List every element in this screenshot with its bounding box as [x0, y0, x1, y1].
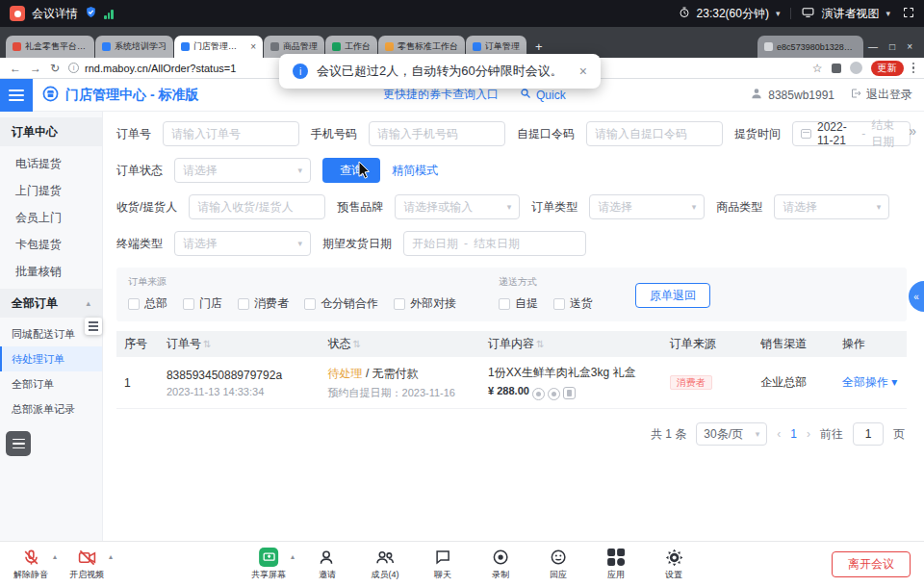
- chat-button[interactable]: 聊天: [426, 548, 459, 581]
- chrome-update-button[interactable]: 更新: [871, 61, 904, 76]
- extensions-icon[interactable]: [832, 64, 841, 73]
- start-video-button[interactable]: 开启视频 ▴: [69, 548, 104, 581]
- sidebar-item-card-pickup[interactable]: 卡包提货: [0, 231, 102, 258]
- order-status-select[interactable]: 请选择 ▾: [174, 158, 311, 183]
- sidebar-item-hq-dispatch-records[interactable]: 总部派单记录: [0, 396, 102, 421]
- search-icon: [520, 88, 531, 102]
- browser-tab[interactable]: e8c573980b1328a258fd2e6f: [757, 36, 863, 58]
- pickup-time-range[interactable]: 2022-11-21 - 结束日期: [792, 121, 911, 146]
- page-size-select[interactable]: 30条/页 ▾: [696, 422, 767, 446]
- tab-close-icon[interactable]: ×: [250, 41, 256, 52]
- browser-menu-icon[interactable]: [912, 63, 915, 74]
- checkbox-store[interactable]: 门店: [183, 295, 222, 312]
- simple-mode-link[interactable]: 精简模式: [392, 163, 438, 179]
- sidebar-item-phone-pickup[interactable]: 电话提货: [0, 150, 102, 177]
- gift-icon: [548, 388, 560, 400]
- browser-profile-avatar[interactable]: [850, 62, 862, 74]
- status-badge: 待处理: [328, 367, 363, 380]
- view-mode-button[interactable]: 演讲者视图: [821, 6, 879, 22]
- order-type-select[interactable]: 请选择 ▾: [589, 194, 705, 219]
- filter-label: 期望发货日期: [322, 236, 392, 252]
- user-account[interactable]: 8385wb1991: [750, 87, 834, 103]
- sort-icon[interactable]: ⇅: [203, 339, 211, 349]
- sidebar-item-member-visit[interactable]: 会员上门: [0, 204, 102, 231]
- pickup-code-input[interactable]: [586, 121, 723, 146]
- order-no-input[interactable]: [163, 121, 299, 146]
- chevron-up-icon[interactable]: ▴: [109, 552, 113, 561]
- sidebar-section-order-center[interactable]: 订单中心: [0, 117, 102, 146]
- chevron-up-icon[interactable]: ▴: [53, 552, 57, 561]
- goods-type-select[interactable]: 请选择 ▾: [774, 194, 889, 219]
- reactions-button[interactable]: 回应: [542, 548, 575, 581]
- pay-status: / 无需付款: [366, 367, 419, 380]
- logout-icon: [850, 88, 861, 102]
- sidebar-drag-handle[interactable]: [85, 318, 102, 335]
- sidebar-item-pending-orders[interactable]: 待处理订单: [0, 346, 102, 371]
- toast-close-icon[interactable]: ×: [579, 64, 587, 79]
- col-channel: 销售渠道: [753, 331, 834, 357]
- current-page[interactable]: 1: [790, 427, 797, 441]
- checkbox-external[interactable]: 外部对接: [394, 295, 456, 312]
- leave-meeting-button[interactable]: 离开会议: [832, 551, 911, 577]
- prev-page-icon[interactable]: ‹: [777, 427, 781, 441]
- unmute-button[interactable]: 解除静音 ▴: [13, 548, 48, 581]
- terminal-type-select[interactable]: 请选择 ▾: [174, 231, 311, 256]
- col-status[interactable]: 状态⇅: [321, 331, 481, 357]
- expect-date-range[interactable]: 开始日期 - 结束日期: [403, 231, 586, 256]
- settings-button[interactable]: 设置: [657, 548, 690, 581]
- sort-icon[interactable]: ⇅: [536, 339, 544, 349]
- quick-search[interactable]: Quick: [520, 88, 566, 102]
- phone-input[interactable]: [369, 121, 505, 146]
- window-close-icon[interactable]: ×: [907, 41, 912, 52]
- checkbox-delivery[interactable]: 送货: [553, 295, 593, 312]
- menu-hamburger-icon[interactable]: [0, 79, 33, 112]
- checkbox-distribution[interactable]: 仓分销合作: [304, 295, 378, 312]
- back-icon[interactable]: ←: [10, 62, 21, 75]
- forward-icon[interactable]: →: [30, 62, 41, 75]
- site-info-icon[interactable]: i: [68, 63, 79, 73]
- sidebar-item-all-orders[interactable]: 全部订单: [0, 371, 102, 396]
- col-content[interactable]: 订单内容⇅: [480, 331, 662, 357]
- view-chevron-down-icon[interactable]: ▾: [886, 9, 890, 18]
- window-minimize-icon[interactable]: —: [868, 41, 878, 52]
- checkbox-consumer[interactable]: 消费者: [238, 295, 289, 312]
- sort-icon[interactable]: ⇅: [353, 339, 361, 349]
- chevron-up-icon[interactable]: ▴: [291, 552, 295, 561]
- next-page-icon[interactable]: ›: [807, 427, 810, 441]
- original-return-button[interactable]: 原单退回: [635, 283, 710, 308]
- col-order-no[interactable]: 订单号⇅: [159, 331, 321, 357]
- record-button[interactable]: 录制: [484, 548, 517, 581]
- apps-button[interactable]: 应用: [600, 548, 632, 581]
- receiver-input[interactable]: [189, 194, 325, 219]
- tab-favicon: [270, 42, 279, 51]
- collapse-filters-icon[interactable]: »: [909, 123, 916, 139]
- all-actions-dropdown[interactable]: 全部操作 ▾: [842, 375, 897, 389]
- checkbox-hq[interactable]: 总部: [128, 295, 167, 312]
- fullscreen-icon[interactable]: [903, 7, 914, 21]
- bookmark-star-icon[interactable]: ☆: [812, 62, 823, 75]
- wechat-icon: [532, 388, 545, 400]
- meeting-panel-toggle[interactable]: [6, 431, 31, 456]
- browser-tab[interactable]: 礼盒零售平台管理中心: [6, 36, 94, 58]
- meeting-app-icon[interactable]: [10, 6, 25, 21]
- members-button[interactable]: 成员(4): [369, 548, 401, 581]
- filter-label: 订单类型: [531, 199, 578, 216]
- browser-tab[interactable]: 系统培训学习: [95, 36, 173, 58]
- goto-page-input[interactable]: [853, 422, 884, 446]
- sidebar-section-all-orders[interactable]: 全部订单 ▴: [0, 289, 102, 318]
- invite-button[interactable]: 邀请: [311, 548, 344, 581]
- sidebar-item-batch-verify[interactable]: 批量核销: [0, 258, 102, 285]
- meeting-details-button[interactable]: 会议详情: [32, 6, 78, 22]
- coupon-query-link[interactable]: 更快捷的券卡查询入口: [383, 87, 499, 103]
- timer-chevron-down-icon[interactable]: ▾: [776, 9, 781, 18]
- logout-button[interactable]: 退出登录: [850, 87, 912, 103]
- share-screen-button[interactable]: 共享屏幕 ▴: [251, 548, 286, 581]
- reload-icon[interactable]: ↻: [50, 62, 60, 75]
- mic-muted-icon: [22, 548, 40, 567]
- sidebar-item-door-pickup[interactable]: 上门提货: [0, 177, 102, 204]
- presale-brand-select[interactable]: 请选择或输入 ▾: [395, 194, 520, 219]
- checkbox-self-pickup[interactable]: 自提: [499, 295, 538, 312]
- window-maximize-icon[interactable]: □: [889, 41, 895, 52]
- browser-tab-active[interactable]: 门店管理中心×: [174, 36, 263, 58]
- search-button[interactable]: 查询: [322, 158, 380, 183]
